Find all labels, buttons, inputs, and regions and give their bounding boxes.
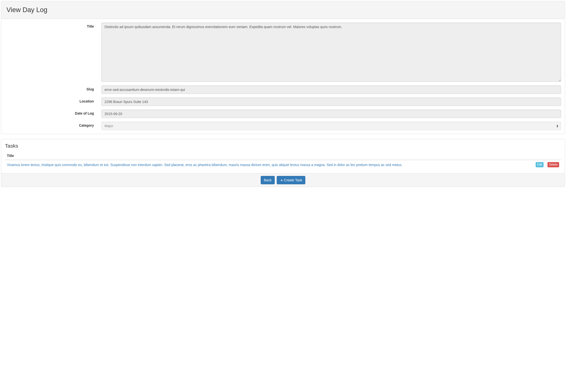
- slug-field: [101, 85, 561, 94]
- row-category: Category Major ▲▼: [5, 122, 561, 130]
- create-task-button[interactable]: ＋Create Task: [277, 176, 305, 184]
- category-select: Major: [101, 122, 561, 130]
- date-field: [101, 110, 561, 118]
- task-title-link[interactable]: Vivamus lorem lectus, tristique quis com…: [7, 163, 402, 167]
- plus-icon: ＋: [280, 178, 283, 183]
- tasks-panel: Tasks Title Vivamus lorem lectus, tristi…: [1, 139, 565, 187]
- location-field: [101, 98, 561, 106]
- table-row: Vivamus lorem lectus, tristique quis com…: [5, 160, 561, 170]
- tasks-footer: Back ＋Create Task: [1, 173, 565, 187]
- tasks-table: Title Vivamus lorem lectus, tristique qu…: [5, 152, 561, 170]
- form-body: Title Distinctio ad ipsum quibusdam assu…: [1, 19, 565, 134]
- edit-button[interactable]: Edit: [536, 162, 544, 167]
- tasks-heading: Tasks: [5, 143, 561, 149]
- title-field: Distinctio ad ipsum quibusdam assumenda.…: [101, 23, 561, 82]
- panel-heading: View Day Log: [1, 1, 565, 19]
- col-title: Title: [5, 152, 534, 160]
- label-slug: Slug: [5, 85, 98, 94]
- delete-button[interactable]: Delete: [548, 162, 559, 167]
- row-date: Date of Log: [5, 110, 561, 118]
- view-day-log-panel: View Day Log Title Distinctio ad ipsum q…: [1, 1, 565, 134]
- label-category: Category: [5, 122, 98, 130]
- label-title: Title: [5, 23, 98, 82]
- row-location: Location: [5, 98, 561, 106]
- row-title: Title Distinctio ad ipsum quibusdam assu…: [5, 23, 561, 82]
- tasks-body: Tasks Title Vivamus lorem lectus, tristi…: [1, 139, 565, 173]
- row-slug: Slug: [5, 85, 561, 94]
- create-task-label: Create Task: [284, 178, 302, 182]
- label-date: Date of Log: [5, 110, 98, 118]
- page-title: View Day Log: [6, 6, 561, 14]
- label-location: Location: [5, 98, 98, 106]
- back-button[interactable]: Back: [261, 176, 275, 184]
